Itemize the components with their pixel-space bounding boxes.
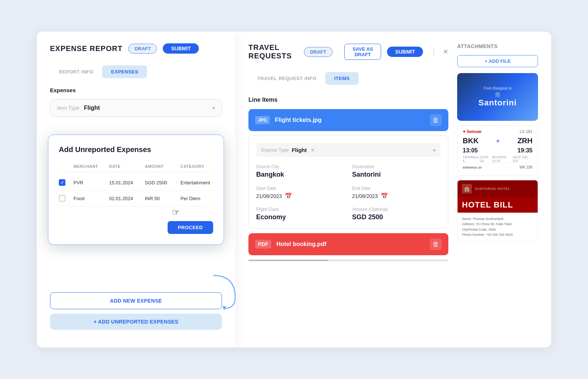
time-row: 13:05 19:35 (463, 147, 533, 154)
hotel-bill-header: 🏨 SANTORINI HOTEL (458, 180, 538, 197)
arrival-time: 19:35 (517, 147, 533, 154)
travel-submit-button[interactable]: SUBMIT (387, 47, 423, 57)
travel-requests-title: TRAVEL REQUESTS (248, 43, 298, 60)
close-icon[interactable]: ✕ (443, 48, 448, 56)
hotel-icon-box: 🏨 (462, 184, 472, 194)
merchant-pvr: PVR (74, 180, 106, 185)
source-city-field: Source City Bangkok (256, 164, 345, 178)
merchant-food: Food (74, 196, 106, 201)
more-options-icon[interactable]: ⋮ (430, 48, 437, 56)
tab-report-info[interactable]: REPORT INFO (50, 65, 102, 78)
edelweiss-row: edelweiss air WK 336 (463, 163, 533, 172)
popup-title: Add Unreported Expenses (59, 145, 213, 154)
col-amount: AMOUNT (145, 164, 178, 169)
tab-travel-request-info[interactable]: TRAVEL REQUEST INFO (248, 72, 325, 85)
col-date: DATE (109, 164, 142, 169)
item-type-arrow-icon: ▾ (212, 105, 215, 111)
hotel-bill-title: HOTEL BILL (458, 197, 538, 213)
hotel-file-item[interactable]: PDF Hotel booking.pdf 🗑 (248, 233, 448, 255)
expense-report-title: EXPENSE REPORT (50, 44, 122, 53)
amount-field: Amount (Optinoal) SGD 2500 (352, 207, 441, 221)
travel-requests-panel: TRAVEL REQUESTS DRAFT SAVE AS DRAFT SUBM… (235, 32, 551, 347)
travel-tabs: TRAVEL REQUEST INFO ITEMS (248, 72, 448, 85)
amount-value: SGD 2500 (352, 213, 441, 221)
destination-value: Santorini (352, 171, 441, 178)
expense-type-value: Flight (292, 147, 307, 153)
expense-type-clear-icon[interactable]: ✕ (311, 147, 315, 153)
end-date-label: End Date (352, 186, 441, 191)
departure-time: 13:05 (463, 147, 478, 154)
expense-submit-button[interactable]: SUBMIT (163, 43, 199, 54)
ticket-header: ✈ Swissair LX 181 (463, 129, 533, 134)
date-pvr: 15.01.2024 (109, 180, 142, 185)
jpg-badge: JPG (255, 116, 270, 124)
plane-icon: ✈ (496, 138, 500, 144)
end-date-value: 21/06/2023 📅 (352, 192, 441, 199)
add-file-button[interactable]: + ADD FILE (457, 55, 538, 67)
flight-details-row: TERMINAL 5 GATE G2 BOARDS 12:25 SEAT 22E… (463, 155, 533, 163)
route-row: BKK ✈ ZRH (463, 137, 533, 145)
amount-food: INR 50 (145, 196, 178, 201)
travel-draft-badge[interactable]: DRAFT (304, 47, 333, 57)
table-row: PVR 15.01.2024 SGD 2500 Entertainment (59, 175, 213, 191)
scrollbar[interactable] (248, 260, 448, 261)
expense-type-arrow-icon: ▾ (433, 147, 435, 153)
add-new-expense-button[interactable]: ADD NEW EXPENSE (50, 292, 222, 309)
curved-arrow-icon (209, 268, 239, 312)
save-as-draft-button[interactable]: SAVE AS DRAFT (344, 44, 381, 60)
destination-field: Destination Santorini (352, 164, 441, 178)
start-date-calendar-icon[interactable]: 📅 (285, 192, 292, 199)
flight-file-delete-button[interactable]: 🗑 (430, 114, 442, 126)
add-unreported-popup: Add Unreported Expenses MERCHANT DATE AM… (48, 134, 224, 245)
popup-table-header: MERCHANT DATE AMOUNT CATEGORY (59, 161, 213, 172)
attachments-title: ATTACHMENTS (457, 43, 538, 49)
bottom-buttons: ADD NEW EXPENSE + ADD UNREPORTED EXPENSE… (50, 292, 222, 330)
start-date-field: Start Date 21/06/2023 📅 (256, 186, 345, 199)
hotel-bill-line-3: City/Postal Code: 3000 (462, 227, 533, 232)
trash-icon: 🗑 (433, 241, 439, 248)
terminal-value: 5 (463, 159, 465, 163)
expense-draft-badge[interactable]: DRAFT (128, 44, 157, 54)
source-city-label: Source City (256, 164, 345, 169)
hotel-file-delete-button[interactable]: 🗑 (430, 238, 442, 250)
flight-number: LX 181 (520, 129, 533, 134)
hotel-bill-line-4: Phone Number: +52 000 344 0015 (462, 232, 533, 237)
departure-airport: BKK (463, 137, 478, 145)
expense-report-header: EXPENSE REPORT DRAFT SUBMIT (50, 43, 222, 54)
hotel-bill-line-1: Name: Thomas Suntherland (462, 216, 533, 221)
terminal-label: TERMINAL 5 (463, 155, 480, 163)
flight-class-label: Flight Class (256, 207, 345, 212)
amount-label: Amount (Optinoal) (352, 207, 441, 212)
seat-value: 22E, 22F (513, 155, 529, 163)
item-type-value: Flight (84, 105, 100, 111)
wk-number: WK 336 (519, 165, 533, 169)
table-row: Food 02.01.2024 INR 50 Per Diem (59, 191, 213, 206)
santorini-hotel-name: SANTORINI HOTEL (475, 187, 510, 191)
checkbox-food[interactable] (59, 195, 65, 202)
attachments-panel: ATTACHMENTS + ADD FILE From Bangkok to 🏛… (457, 43, 538, 336)
tab-items[interactable]: ITEMS (325, 72, 358, 85)
flight-file-item[interactable]: JPG Flight tickets.jpg 🗑 (248, 109, 448, 131)
hotel-file-name: Hotel booking.pdf (276, 241, 425, 248)
hotel-bill-attachment: 🏨 SANTORINI HOTEL HOTEL BILL Name: Thoma… (457, 180, 538, 242)
end-date-calendar-icon[interactable]: 📅 (381, 192, 388, 199)
boards-label: BOARDS 12:25 (492, 155, 513, 163)
edelweiss-logo: edelweiss air (463, 166, 482, 169)
arrival-airport: ZRH (517, 137, 533, 145)
proceed-button[interactable]: PROCEED (168, 221, 213, 234)
tab-expenses[interactable]: EXPENSES (102, 65, 147, 78)
add-unreported-button[interactable]: + ADD UNREPORTED EXPENSES (50, 314, 222, 330)
expense-type-row: Expnse Type Flight ✕ ▾ (256, 143, 441, 157)
start-date-label: Start Date (256, 186, 345, 191)
expense-tabs: REPORT INFO EXPENSES (50, 65, 222, 78)
flight-class-value: Economy (256, 213, 345, 221)
hotel-building-icon: 🏨 (464, 187, 470, 192)
item-type-dropdown[interactable]: Item Type Flight ▾ (50, 99, 222, 117)
checkbox-pvr[interactable] (59, 179, 65, 186)
col-category: CATEGORY (180, 164, 213, 169)
category-pvr: Entertainment (180, 180, 213, 185)
flight-detail-card: Expnse Type Flight ✕ ▾ Source City Bangk… (248, 136, 448, 229)
pdf-badge: PDF (255, 240, 271, 249)
swissair-logo: ✈ Swissair (463, 130, 481, 134)
source-city-value: Bangkok (256, 171, 345, 178)
